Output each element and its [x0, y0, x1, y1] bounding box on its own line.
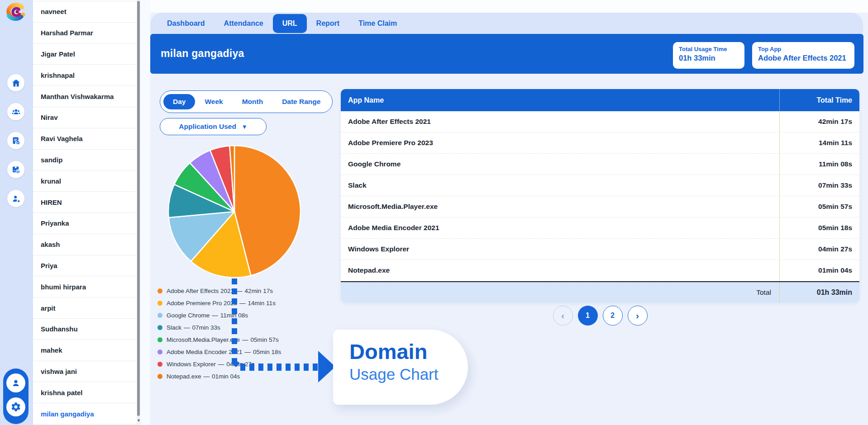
- range-date-range[interactable]: Date Range: [272, 98, 330, 106]
- legend-time: 07min 33s: [192, 324, 220, 331]
- employee-list-item[interactable]: akash: [33, 234, 137, 255]
- total-usage-time-card: Total Usage Time 01h 33min: [673, 42, 744, 69]
- app-name-cell: Slack: [341, 181, 779, 189]
- dashed-connector-vertical: [232, 279, 237, 367]
- tab-time-claim[interactable]: Time Claim: [349, 14, 406, 33]
- employee-list-item[interactable]: Ravi Vaghela: [33, 128, 137, 150]
- brand-logo[interactable]: [5, 2, 27, 24]
- app-name-cell: Adobe After Effects 2021: [341, 118, 779, 126]
- legend-time: 05min 18s: [253, 349, 281, 355]
- employee-name: navneet: [41, 8, 67, 15]
- package-billing-icon[interactable]: $: [7, 161, 24, 178]
- legend-item: Notepad.exe—01min 04s: [157, 370, 281, 382]
- employee-list-item[interactable]: vishwa jani: [33, 361, 137, 382]
- table-row: Windows Explorer 04min 27s: [341, 239, 859, 260]
- app-name-cell: Adobe Media Encoder 2021: [341, 224, 779, 232]
- page-title: milan gangadiya: [161, 47, 244, 60]
- employee-list-item[interactable]: HIREN: [33, 192, 137, 213]
- table-row: Adobe Media Encoder 2021 05min 18s: [341, 217, 859, 239]
- employee-name: Jigar Patel: [41, 50, 75, 58]
- legend-color-dot: [157, 337, 162, 342]
- employee-list-item[interactable]: Manthan Vishwakarma: [33, 86, 137, 107]
- app-name-cell: Google Chrome: [341, 160, 779, 168]
- scrollbar-down-arrow[interactable]: ▼: [137, 418, 140, 423]
- employee-list-item[interactable]: milan gangadiya: [33, 403, 137, 425]
- legend-label: Windows Explorer: [167, 361, 216, 368]
- app-name-cell: Notepad.exe: [341, 266, 779, 274]
- rail-footer: [3, 368, 29, 424]
- employee-name: vishwa jani: [41, 368, 77, 375]
- range-month[interactable]: Month: [233, 98, 272, 106]
- employee-list-item[interactable]: arpit: [33, 298, 137, 319]
- legend-time: 05min 57s: [251, 336, 279, 343]
- employee-list-item[interactable]: Priyanka: [33, 213, 137, 234]
- profile-icon[interactable]: [6, 373, 25, 392]
- stat-value: Adobe After Effects 2021: [758, 54, 849, 62]
- report-check-icon[interactable]: [7, 132, 24, 149]
- total-time-cell: 11min 08s: [779, 154, 859, 175]
- application-used-dropdown[interactable]: Application Used ▼: [160, 118, 267, 135]
- range-week[interactable]: Week: [195, 98, 232, 106]
- employee-list-item[interactable]: sandip: [33, 150, 137, 171]
- employee-list-item[interactable]: bhumi hirpara: [33, 276, 137, 298]
- settings-icon[interactable]: [6, 397, 25, 416]
- content-gutter: [140, 0, 150, 425]
- employee-name: krishna patel: [41, 389, 83, 397]
- employee-list-item[interactable]: Priya: [33, 255, 137, 277]
- employee-list-item[interactable]: Sudhanshu: [33, 319, 137, 340]
- column-header-app-name: App Name: [341, 96, 779, 104]
- total-time-cell: 42min 17s: [779, 111, 859, 132]
- employee-list-item[interactable]: Jigar Patel: [33, 44, 137, 65]
- total-time-cell: 07min 33s: [779, 175, 859, 196]
- legend-label: Google Chrome: [167, 312, 210, 319]
- employee-name: Priyanka: [41, 219, 69, 227]
- stat-value: 01h 33min: [679, 54, 739, 62]
- legend-label: Adobe Media Encoder 2021: [167, 349, 242, 355]
- tab-strip: Dashboard Attendance URL Report Time Cla…: [150, 13, 863, 34]
- team-icon[interactable]: [7, 103, 24, 120]
- employee-list-item[interactable]: krunal: [33, 170, 137, 192]
- legend-label: Microsoft.Media.Player.exe: [167, 336, 240, 343]
- table-row: Microsoft.Media.Player.exe 05min 57s: [341, 196, 859, 217]
- scrollbar-thumb[interactable]: [137, 1, 140, 416]
- table-header-row: App Name Total Time: [341, 89, 859, 111]
- legend-color-dot: [157, 313, 162, 318]
- tab-dashboard[interactable]: Dashboard: [157, 14, 215, 33]
- employee-list-item[interactable]: Nirav: [33, 107, 137, 128]
- domain-usage-callout: Domain Usage Chart: [333, 330, 468, 405]
- page-button-1[interactable]: 1: [578, 306, 598, 326]
- app-name-cell: Microsoft.Media.Player.exe: [341, 203, 779, 211]
- total-label: Total: [341, 288, 779, 297]
- app-usage-table: App Name Total Time Adobe After Effects …: [341, 89, 859, 303]
- legend-color-dot: [157, 362, 162, 367]
- page-button-2[interactable]: 2: [603, 306, 623, 326]
- column-header-total-time: Total Time: [779, 89, 859, 111]
- usage-pie-chart: [167, 144, 302, 279]
- tab-url[interactable]: URL: [273, 14, 307, 33]
- pagination: ‹ 1 2 ›: [341, 306, 859, 326]
- legend-item: Adobe Media Encoder 2021—05min 18s: [157, 346, 281, 358]
- legend-item: Adobe After Effects 2021—42min 17s: [157, 285, 281, 297]
- next-page-button[interactable]: ›: [628, 306, 648, 326]
- legend-time: 01min 04s: [212, 373, 240, 380]
- total-time-cell: 04min 27s: [779, 239, 859, 260]
- employee-list-scrollbar[interactable]: ▼: [137, 0, 140, 425]
- add-user-icon[interactable]: [7, 190, 24, 207]
- home-icon[interactable]: [7, 74, 24, 91]
- callout-subtitle: Usage Chart: [349, 365, 468, 383]
- tab-report[interactable]: Report: [307, 14, 349, 33]
- employee-list-item[interactable]: mahek: [33, 340, 137, 361]
- employee-list: navneet Harshad Parmar Jigar Patel krish…: [33, 1, 137, 425]
- employee-list-item[interactable]: krishnapal: [33, 65, 137, 86]
- range-day[interactable]: Day: [163, 94, 195, 109]
- legend-time: 42min 17s: [245, 288, 273, 294]
- employee-list-item[interactable]: Harshad Parmar: [33, 23, 137, 44]
- app-name-cell: Adobe Premiere Pro 2023: [341, 139, 779, 147]
- employee-list-item[interactable]: krishna patel: [33, 382, 137, 403]
- employee-name: krunal: [41, 177, 61, 185]
- legend-label: Notepad.exe: [167, 373, 201, 380]
- employee-list-item[interactable]: navneet: [33, 1, 137, 23]
- legend-label: Slack: [167, 324, 181, 331]
- previous-page-button[interactable]: ‹: [553, 306, 573, 326]
- tab-attendance[interactable]: Attendance: [215, 14, 273, 33]
